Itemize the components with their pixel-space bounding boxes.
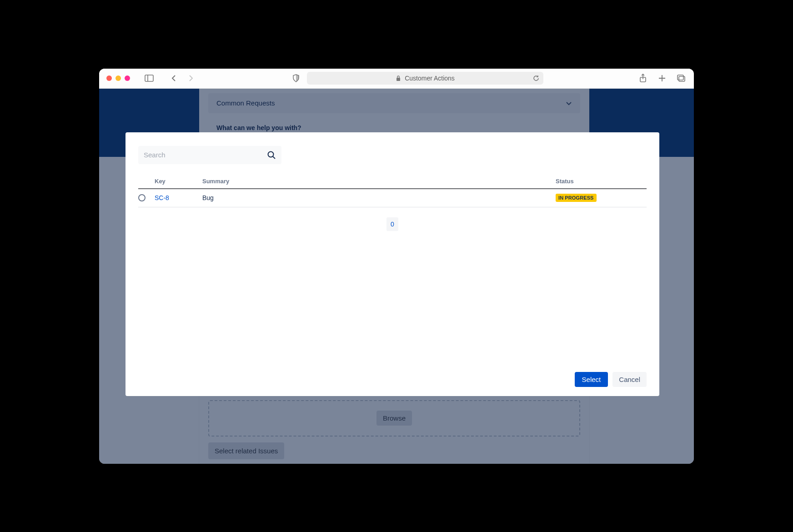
select-issue-modal: Key Summary Status SC-8 Bug IN PROGRESS … xyxy=(125,132,659,396)
search-input[interactable] xyxy=(144,151,267,159)
page-content: Common Requests What can we help you wit… xyxy=(99,89,694,464)
address-bar[interactable]: Customer Actions xyxy=(307,72,543,85)
reload-icon[interactable] xyxy=(532,75,540,82)
svg-rect-8 xyxy=(678,75,683,80)
tab-overview-icon[interactable] xyxy=(676,73,687,84)
svg-point-9 xyxy=(268,151,274,157)
row-radio[interactable] xyxy=(138,194,146,201)
safari-window: Customer Actions Common Requests xyxy=(99,69,694,464)
back-button[interactable] xyxy=(168,73,179,84)
table-header: Key Summary Status xyxy=(138,178,647,189)
issue-summary: Bug xyxy=(202,194,556,201)
select-button[interactable]: Select xyxy=(575,372,608,387)
window-controls xyxy=(106,75,130,81)
page-number-button[interactable]: 0 xyxy=(386,217,398,231)
browser-chrome: Customer Actions xyxy=(99,69,694,89)
svg-rect-7 xyxy=(679,76,685,81)
lock-icon xyxy=(396,75,401,81)
search-box[interactable] xyxy=(138,146,281,164)
forward-button[interactable] xyxy=(186,73,196,84)
svg-line-10 xyxy=(273,156,275,159)
column-summary: Summary xyxy=(202,178,556,185)
modal-footer: Select Cancel xyxy=(138,372,647,387)
svg-rect-0 xyxy=(145,75,153,81)
column-key: Key xyxy=(155,178,202,185)
table-row[interactable]: SC-8 Bug IN PROGRESS xyxy=(138,189,647,207)
issue-key-link[interactable]: SC-8 xyxy=(155,194,169,201)
cancel-button[interactable]: Cancel xyxy=(612,372,647,387)
privacy-shield-icon[interactable] xyxy=(291,73,301,84)
pagination: 0 xyxy=(138,217,647,231)
sidebar-toggle-icon[interactable] xyxy=(144,73,155,84)
status-badge: IN PROGRESS xyxy=(556,194,597,202)
share-icon[interactable] xyxy=(637,73,648,84)
close-window-button[interactable] xyxy=(106,75,112,81)
column-status: Status xyxy=(556,178,647,185)
page-title: Customer Actions xyxy=(405,75,455,82)
search-icon xyxy=(267,151,276,160)
zoom-window-button[interactable] xyxy=(125,75,130,81)
new-tab-icon[interactable] xyxy=(657,73,668,84)
svg-rect-2 xyxy=(396,78,400,81)
minimize-window-button[interactable] xyxy=(115,75,121,81)
